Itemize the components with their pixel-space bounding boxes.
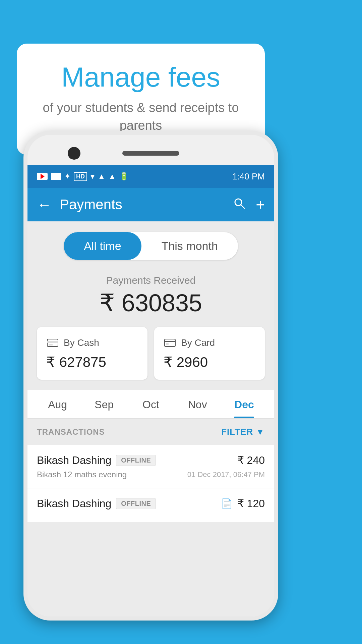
filter-button[interactable]: FILTER ▼ <box>221 427 265 437</box>
this-month-tab[interactable]: This month <box>141 232 238 260</box>
wifi-icon: ▾ <box>90 172 95 181</box>
signal-icon: ▲ <box>98 172 105 181</box>
toolbar-title: Payments <box>60 197 233 213</box>
segment-container: All time This month <box>27 221 274 268</box>
tab-nov[interactable]: Nov <box>174 390 221 418</box>
youtube-icon <box>37 173 48 180</box>
cash-card-header: By Cash <box>46 336 138 349</box>
bubble-title: Manage fees <box>37 62 245 92</box>
toolbar-actions: + <box>233 197 265 213</box>
svg-rect-4 <box>49 344 53 345</box>
transaction-row1-1: Bikash Dashing OFFLINE ₹ 240 <box>37 454 265 467</box>
transaction-amount-group-2: 📄 ₹ 120 <box>221 497 265 510</box>
battery-icon: 🔋 <box>119 172 128 181</box>
payments-summary: Payments Received ₹ 630835 <box>27 268 274 327</box>
phone-inner: ✦ HD ▾ ▲ ▲ 🔋 1:40 PM ← Payments <box>27 135 274 616</box>
card-type-label: By Card <box>181 337 215 348</box>
card-icon <box>164 336 176 349</box>
segment-control: All time This month <box>64 232 238 260</box>
card-payment-card: By Card ₹ 2960 <box>154 327 265 380</box>
payments-amount: ₹ 630835 <box>27 289 274 317</box>
card-payment-header: By Card <box>164 336 255 349</box>
filter-icon: ▼ <box>256 427 265 437</box>
status-bar: ✦ HD ▾ ▲ ▲ 🔋 1:40 PM <box>27 165 274 188</box>
app-content: All time This month Payments Received ₹ … <box>27 221 274 616</box>
transactions-label: TRANSACTIONS <box>37 427 105 437</box>
camera-dot <box>68 147 80 160</box>
transaction-name-1: Bikash Dashing <box>37 454 111 467</box>
offline-badge-1: OFFLINE <box>116 455 156 466</box>
doc-icon-2: 📄 <box>221 498 233 509</box>
svg-rect-7 <box>166 343 169 345</box>
search-button[interactable] <box>233 197 246 213</box>
payments-received-label: Payments Received <box>27 275 274 286</box>
transaction-name-group-1: Bikash Dashing OFFLINE <box>37 454 156 467</box>
svg-rect-3 <box>47 341 58 343</box>
transaction-row2-1: Bikash 12 maths evening 01 Dec 2017, 06:… <box>37 470 265 479</box>
cash-type-label: By Cash <box>64 337 99 348</box>
signal2-icon: ▲ <box>109 172 116 181</box>
transaction-row1-2: Bikash Dashing OFFLINE 📄 ₹ 120 <box>37 497 265 510</box>
app-toolbar: ← Payments + <box>27 188 274 221</box>
transaction-item-2[interactable]: Bikash Dashing OFFLINE 📄 ₹ 120 <box>27 488 274 522</box>
svg-line-1 <box>241 205 244 208</box>
transactions-header: TRANSACTIONS FILTER ▼ <box>27 419 274 445</box>
month-tabs: Aug Sep Oct Nov Dec <box>27 390 274 419</box>
add-button[interactable]: + <box>256 197 265 213</box>
app-icon <box>51 173 61 180</box>
bubble-subtitle: of your students & send receipts to pare… <box>37 99 245 135</box>
all-time-tab[interactable]: All time <box>64 232 141 260</box>
cash-card: By Cash ₹ 627875 <box>37 327 147 380</box>
bluetooth-icon: ✦ <box>64 172 70 181</box>
transaction-item-1[interactable]: Bikash Dashing OFFLINE ₹ 240 Bikash 12 m… <box>27 445 274 488</box>
transaction-name-group-2: Bikash Dashing OFFLINE <box>37 497 156 510</box>
status-time: 1:40 PM <box>232 171 265 182</box>
filter-label: FILTER <box>221 427 253 437</box>
offline-badge-2: OFFLINE <box>116 498 156 509</box>
svg-rect-5 <box>165 339 175 346</box>
back-button[interactable]: ← <box>37 196 52 213</box>
transaction-name-2: Bikash Dashing <box>37 497 111 510</box>
status-icons: ✦ HD ▾ ▲ ▲ 🔋 <box>37 172 128 181</box>
payment-cards: By Cash ₹ 627875 By C <box>27 327 274 390</box>
tab-aug[interactable]: Aug <box>34 390 81 418</box>
tab-oct[interactable]: Oct <box>127 390 174 418</box>
cash-icon <box>46 336 59 349</box>
transaction-amount-2: ₹ 120 <box>237 497 265 510</box>
transaction-date-1: 01 Dec 2017, 06:47 PM <box>187 470 265 479</box>
transaction-amount-1: ₹ 240 <box>237 454 265 467</box>
hd-badge: HD <box>74 172 87 181</box>
card-amount: ₹ 2960 <box>164 354 255 370</box>
cash-amount: ₹ 627875 <box>46 354 138 370</box>
speaker-grille <box>122 151 179 156</box>
phone-frame: ✦ HD ▾ ▲ ▲ 🔋 1:40 PM ← Payments <box>23 131 278 621</box>
transaction-desc-1: Bikash 12 maths evening <box>37 470 127 479</box>
tab-dec[interactable]: Dec <box>221 390 267 418</box>
tab-sep[interactable]: Sep <box>81 390 127 418</box>
